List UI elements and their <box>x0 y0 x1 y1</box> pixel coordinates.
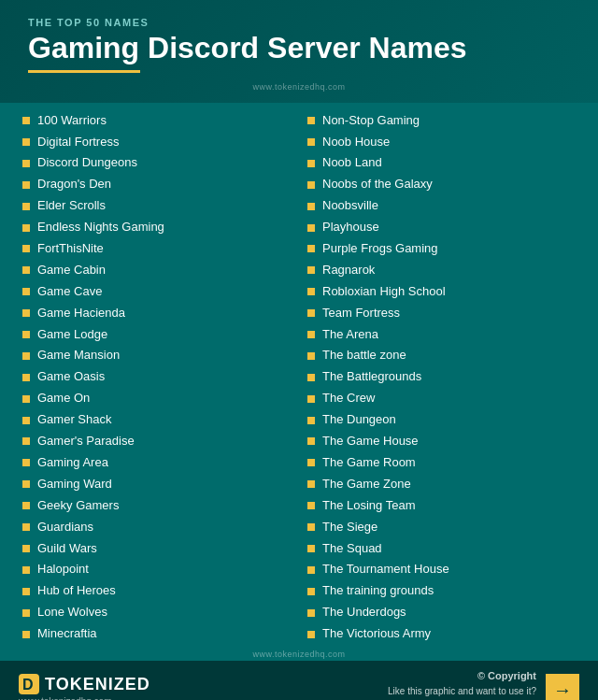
main-title: Gaming Discord Server Names <box>28 32 570 64</box>
bullet-icon <box>307 417 315 424</box>
list-item: FortThisNite <box>19 239 294 260</box>
item-label: Purple Frogs Gaming <box>322 241 438 257</box>
list-item: Noobsville <box>304 196 579 217</box>
item-label: The Underdogs <box>322 605 406 621</box>
bullet-icon <box>307 631 315 638</box>
left-column: 100 Warriors Digital Fortress Discord Du… <box>19 110 294 644</box>
item-label: Noob Land <box>322 155 382 171</box>
arrow-button[interactable]: → <box>546 674 579 700</box>
bullet-icon <box>22 352 30 360</box>
page-container: THE TOP 50 NAMES Gaming Discord Server N… <box>0 0 598 700</box>
footer: D TOKENIZED www.tokenizedhq.com © Copyri… <box>0 661 598 700</box>
list-item: Ragnarok <box>304 260 579 280</box>
copyright-line1: © Copyright <box>388 668 536 684</box>
item-label: Playhouse <box>322 220 379 236</box>
item-label: Gaming Ward <box>37 477 112 493</box>
list-item: The Siege <box>304 517 579 537</box>
bullet-icon <box>307 288 315 295</box>
item-label: Game On <box>37 391 90 407</box>
bullet-icon <box>22 588 30 595</box>
bullet-icon <box>307 374 315 381</box>
list-item: The Losing Team <box>304 495 579 516</box>
item-label: Game Hacienda <box>37 306 125 321</box>
bullet-icon <box>22 309 30 317</box>
item-label: The Losing Team <box>322 498 416 514</box>
list-item: The Victorious Army <box>304 624 579 645</box>
bullet-icon <box>22 181 30 189</box>
bullet-icon <box>22 631 30 638</box>
bullet-icon <box>307 245 315 252</box>
list-item: Digital Fortress <box>19 132 294 152</box>
list-item: The Crew <box>304 389 579 409</box>
bullet-icon <box>307 502 315 509</box>
bullet-icon <box>307 395 315 403</box>
list-item: Geeky Gamers <box>19 495 294 516</box>
logo-row: D TOKENIZED <box>19 674 150 694</box>
bullet-icon <box>307 331 315 338</box>
item-label: Team Fortress <box>322 306 400 321</box>
bullet-icon <box>22 502 30 509</box>
bullet-icon <box>307 160 315 167</box>
list-item: Guardians <box>19 517 294 537</box>
item-label: Gaming Area <box>37 455 108 471</box>
bullet-icon <box>307 480 315 488</box>
bullet-icon <box>22 245 30 252</box>
item-label: Ragnarok <box>322 263 375 279</box>
footer-right: © Copyright Like this graphic and want t… <box>388 668 579 700</box>
list-item: The Squad <box>304 538 579 559</box>
list-item: Guild Wars <box>19 538 294 559</box>
bullet-icon <box>307 352 315 360</box>
list-item: Gaming Ward <box>19 474 294 494</box>
list-item: The Arena <box>304 324 579 345</box>
bullet-icon <box>307 181 315 189</box>
item-label: Geeky Gamers <box>37 498 119 514</box>
item-label: Endless Nights Gaming <box>37 220 164 236</box>
item-label: The Arena <box>322 327 378 343</box>
bullet-icon <box>307 459 315 466</box>
list-item: Robloxian High School <box>304 281 579 302</box>
watermark-top: www.tokenizedhq.com <box>28 79 570 93</box>
item-label: The Game Zone <box>322 477 411 493</box>
content-area: 100 Warriors Digital Fortress Discord Du… <box>0 103 598 648</box>
bullet-icon <box>307 588 315 595</box>
list-item: Minecraftia <box>19 624 294 645</box>
bullet-icon <box>22 266 30 274</box>
item-label: 100 Warriors <box>37 113 107 129</box>
item-label: The Siege <box>322 520 377 536</box>
item-label: Robloxian High School <box>322 284 446 300</box>
item-label: Noobsville <box>322 198 378 214</box>
brand-name: TOKENIZED <box>45 675 150 694</box>
header: THE TOP 50 NAMES Gaming Discord Server N… <box>0 0 598 103</box>
item-label: The Dungeon <box>322 412 396 428</box>
item-label: Gamer's Paradise <box>37 434 135 450</box>
bullet-icon <box>307 266 315 274</box>
list-item: Gaming Area <box>19 452 294 473</box>
bullet-icon <box>307 203 315 210</box>
bullet-icon <box>22 395 30 403</box>
bullet-icon <box>22 224 30 232</box>
list-item: Game Cabin <box>19 260 294 280</box>
arrow-icon: → <box>553 679 572 700</box>
item-label: The battle zone <box>322 348 406 364</box>
list-item: Team Fortress <box>304 303 579 323</box>
item-label: Game Mansion <box>37 348 120 364</box>
list-item: Noob House <box>304 132 579 152</box>
list-item: Playhouse <box>304 218 579 238</box>
list-item: Endless Nights Gaming <box>19 218 294 238</box>
brand-url: www.tokenizedhq.com <box>19 696 150 700</box>
bullet-icon <box>307 117 315 124</box>
list-item: Game Mansion <box>19 346 294 366</box>
item-label: Noobs of the Galaxy <box>322 177 433 193</box>
list-item: The training grounds <box>304 581 579 602</box>
list-item: Noobs of the Galaxy <box>304 175 579 195</box>
item-label: Dragon's Den <box>37 177 111 193</box>
list-item: Game On <box>19 389 294 409</box>
item-label: Game Cave <box>37 284 102 300</box>
bullet-icon <box>307 566 315 574</box>
list-item: Game Lodge <box>19 324 294 345</box>
list-item: Game Oasis <box>19 367 294 388</box>
item-label: FortThisNite <box>37 241 104 257</box>
list-item: The Game Zone <box>304 474 579 494</box>
item-label: Game Cabin <box>37 263 106 279</box>
list-item: Gamer Shack <box>19 410 294 431</box>
